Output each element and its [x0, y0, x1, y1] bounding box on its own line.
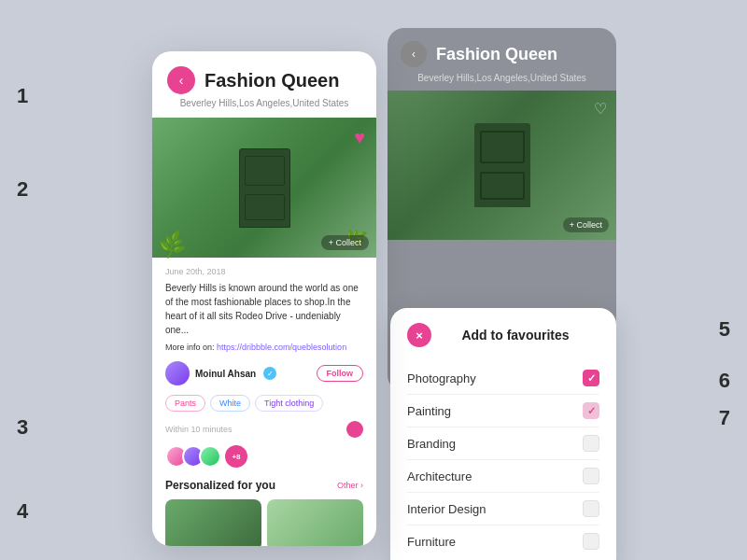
side-number-7: 7 — [719, 406, 730, 430]
modal-header: × Add to favourites — [407, 323, 599, 347]
door-image — [239, 148, 290, 228]
main-card-subtitle: Beverley Hills,Los Angeles,United States — [152, 98, 376, 118]
bg-collect-button[interactable]: + Collect — [563, 217, 609, 232]
personalized-header: Personalized for you Other › — [165, 479, 363, 492]
bg-door-image — [474, 123, 530, 207]
bg-back-button[interactable]: ‹ — [401, 41, 427, 67]
favourite-item-branding[interactable]: Branding — [407, 427, 599, 460]
post-link-row: More info on: https://dribbble.com/quebl… — [165, 343, 363, 352]
bg-card-image: ♡ + Collect — [388, 91, 616, 240]
author-info: Moinul Ahsan ✓ — [165, 361, 276, 385]
side-number-6: 6 — [719, 369, 730, 393]
bg-heart-icon: ♡ — [594, 100, 607, 118]
checkbox-photography[interactable]: ✓ — [583, 370, 599, 386]
other-link[interactable]: Other › — [337, 481, 363, 490]
favourite-item-architecture[interactable]: Architecture — [407, 460, 599, 493]
favourite-item-photography[interactable]: Photography ✓ — [407, 362, 599, 395]
modal-title: Add to favourites — [431, 328, 599, 343]
favourite-label-furniture: Furniture — [407, 535, 456, 549]
heart-icon[interactable]: ♥ — [354, 127, 365, 148]
tag-white[interactable]: White — [210, 395, 250, 412]
checkbox-architecture[interactable] — [583, 468, 599, 484]
author-name: Moinul Ahsan — [195, 369, 256, 379]
side-number-1: 1 — [17, 84, 28, 108]
side-number-3: 3 — [17, 415, 28, 440]
favourite-label-photography: Photography — [407, 371, 476, 385]
favourite-item-furniture[interactable]: Furniture — [407, 525, 599, 557]
side-number-2: 2 — [17, 177, 28, 202]
favourite-label-painting: Painting — [407, 404, 451, 418]
avatars-row: +8 — [165, 445, 363, 468]
leaf-left-decoration: 🌿 — [156, 230, 188, 261]
checkbox-interior-design[interactable] — [583, 500, 599, 517]
card-body: June 20th, 2018 Beverly Hills is known a… — [152, 258, 376, 546]
follow-button[interactable]: Follow — [317, 365, 364, 382]
personalized-title: Personalized for you — [165, 479, 275, 492]
main-card-title: Fashion Queen — [204, 70, 339, 91]
author-avatar — [165, 361, 190, 385]
bg-card-subtitle: Beverley Hills,Los Angeles,United States — [388, 73, 616, 91]
favourite-label-interior-design: Interior Design — [407, 502, 486, 516]
favourites-modal: × Add to favourites Photography ✓ Painti… — [390, 308, 616, 560]
checkbox-furniture[interactable] — [583, 533, 599, 550]
collect-button[interactable]: + Collect — [321, 235, 369, 250]
within-section: Within 10 minutes — [165, 421, 363, 438]
main-card: ‹ Fashion Queen Beverley Hills,Los Angel… — [152, 51, 376, 546]
within-label: Within 10 minutes — [165, 425, 233, 434]
verified-badge: ✓ — [263, 367, 276, 380]
tag-pants[interactable]: Pants — [165, 395, 205, 412]
favourite-item-painting[interactable]: Painting ✓ — [407, 395, 599, 427]
side-number-4: 4 — [17, 499, 28, 524]
checkbox-branding[interactable] — [583, 435, 599, 452]
modal-close-button[interactable]: × — [407, 323, 431, 347]
bg-card-title: Fashion Queen — [436, 45, 557, 64]
favourite-label-architecture: Architecture — [407, 469, 472, 483]
favourite-item-interior-design[interactable]: Interior Design — [407, 493, 599, 525]
author-row: Moinul Ahsan ✓ Follow — [165, 361, 363, 385]
thumbnail-1[interactable] — [165, 499, 261, 546]
favourite-label-branding: Branding — [407, 437, 456, 451]
more-info-label: More info on: — [165, 343, 215, 352]
main-card-header: ‹ Fashion Queen — [152, 51, 376, 98]
tags-row: Pants White Tight clothing — [165, 395, 363, 412]
post-text: Beverly Hills is known around the world … — [165, 281, 363, 337]
thumbnails-row — [165, 499, 363, 546]
pink-dot — [346, 421, 363, 438]
post-date: June 20th, 2018 — [165, 267, 363, 276]
avatar-3 — [199, 445, 221, 468]
checkbox-painting[interactable]: ✓ — [583, 402, 599, 419]
card-image: 🌿 🌿 ♥ + Collect — [152, 118, 376, 258]
side-number-5: 5 — [719, 317, 730, 342]
tag-tight-clothing[interactable]: Tight clothing — [255, 395, 323, 412]
more-badge[interactable]: +8 — [225, 445, 247, 468]
post-link[interactable]: https://dribbble.com/queblesolution — [217, 343, 346, 352]
thumbnail-2[interactable] — [267, 499, 363, 546]
back-button[interactable]: ‹ — [167, 66, 195, 94]
